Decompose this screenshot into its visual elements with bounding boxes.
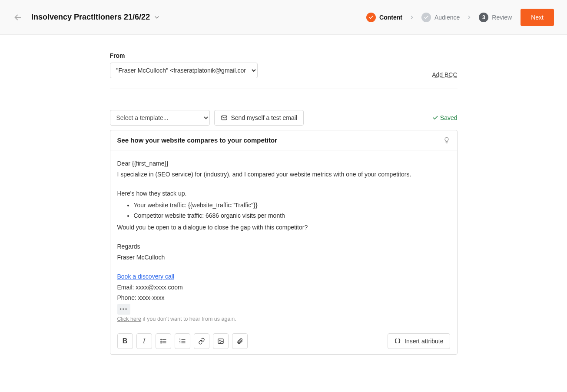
header-left: Insolvency Practitioners 21/6/22 [13,13,160,22]
template-row-left: Select a template... Send myself a test … [110,110,304,126]
header-right: Content Audience 3 Review Next [366,9,554,26]
step-label: Audience [434,14,460,21]
numbered-list-button[interactable]: 123 [175,333,190,349]
stackup-line: Here's how they stack up. [117,188,450,199]
header: Insolvency Practitioners 21/6/22 Content… [0,0,567,35]
phone-line: Phone: xxxx-xxxx [117,292,450,303]
bullet-list-button[interactable] [156,333,171,349]
step-review[interactable]: 3 Review [479,13,512,22]
list-item: Competitor website traffic: 6686 organic… [134,210,450,221]
svg-point-4 [160,341,161,342]
collapsed-dots-icon[interactable]: ••• [117,304,131,315]
from-select[interactable]: "Fraser McCulloch" <fraseratplatonik@gma… [110,63,258,78]
toolbar-left: B I 123 [117,333,248,349]
back-arrow-icon[interactable] [13,13,23,22]
envelope-icon [221,114,228,121]
unsubscribe-line: Click here if you don't want to hear fro… [117,315,450,324]
wizard-steps: Content Audience 3 Review [366,13,512,22]
link-button[interactable] [194,333,209,349]
chevron-right-icon [467,15,472,20]
step-label: Content [379,14,402,21]
email-editor: See how your website compares to your co… [110,130,458,355]
braces-icon [394,338,401,345]
test-email-label: Send myself a test email [231,114,298,121]
intro-line: I specialize in (SEO service) for (indus… [117,169,450,180]
campaign-title[interactable]: Insolvency Practitioners 21/6/22 [31,13,160,22]
svg-point-6 [160,343,161,344]
step-audience[interactable]: Audience [421,13,460,22]
list-item: Your website traffic: {{website_traffic:… [134,200,450,211]
ask-line: Would you be open to a dialogue to close… [117,222,450,233]
step-label: Review [492,14,512,21]
subject-row[interactable]: See how your website compares to your co… [110,130,457,150]
svg-text:3: 3 [179,342,180,344]
name-line: Fraser McCulloch [117,252,450,263]
bullet-list: Your website traffic: {{website_traffic:… [117,200,450,221]
bold-button[interactable]: B [117,333,133,349]
test-email-button[interactable]: Send myself a test email [214,110,304,126]
from-block: From "Fraser McCulloch" <fraseratplatoni… [110,52,258,78]
next-button[interactable]: Next [521,9,554,26]
subject-text: See how your website compares to your co… [117,136,277,144]
email-line: Email: xxxx@xxxx.coom [117,282,450,293]
regards-line: Regards [117,241,450,252]
main-content: From "Fraser McCulloch" <fraseratplatoni… [110,52,458,372]
template-row: Select a template... Send myself a test … [110,110,458,126]
italic-button[interactable]: I [136,333,152,349]
add-bcc-link[interactable]: Add BCC [432,71,457,78]
email-body[interactable]: Dear {{first_name}} I specialize in (SEO… [110,150,457,328]
from-label: From [110,52,258,59]
svg-point-15 [219,340,220,341]
insert-attribute-label: Insert attribute [405,338,444,345]
editor-toolbar: B I 123 [110,328,457,354]
campaign-title-text: Insolvency Practitioners 21/6/22 [31,13,150,22]
greeting-line: Dear {{first_name}} [117,158,450,169]
chevron-right-icon [409,15,414,20]
unsubscribe-link[interactable]: Click here [117,316,142,322]
step-content[interactable]: Content [366,13,402,22]
svg-point-2 [160,339,161,340]
chevron-down-icon [153,14,160,21]
discovery-call-link[interactable]: Book a discovery call [117,273,175,280]
check-icon [421,13,431,22]
from-row: From "Fraser McCulloch" <fraseratplatoni… [110,52,458,89]
step-number: 3 [479,13,488,22]
insert-attribute-button[interactable]: Insert attribute [388,333,450,349]
check-icon [432,115,438,121]
image-button[interactable] [213,333,229,349]
saved-indicator: Saved [432,114,458,121]
template-select[interactable]: Select a template... [110,110,210,126]
unsubscribe-rest: if you don't want to hear from us again. [141,316,236,322]
check-icon [366,13,376,22]
lightbulb-icon[interactable] [443,137,450,144]
attachment-button[interactable] [232,333,248,349]
saved-label: Saved [440,114,458,121]
